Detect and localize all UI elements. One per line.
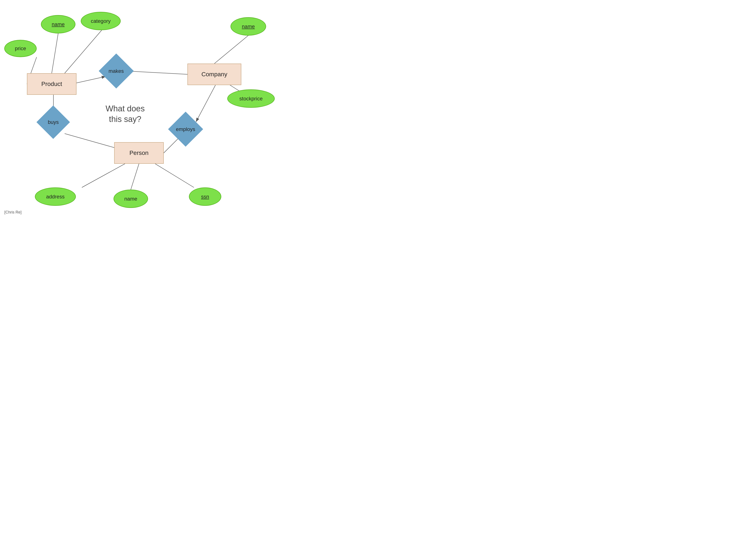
svg-line-0: [52, 33, 58, 73]
entity-company: Company: [187, 63, 241, 85]
svg-line-6: [128, 71, 187, 74]
credit-label: [Chris Re]: [4, 210, 21, 215]
attr-person-ssn: ssn: [189, 187, 221, 206]
question-line2: this say?: [109, 115, 141, 124]
attr-company-name-label: name: [242, 24, 255, 30]
relation-employs: employs: [168, 112, 203, 147]
svg-line-14: [131, 164, 139, 189]
diagram-container: Product Company Person makes buys employ…: [0, 0, 303, 222]
attr-person-address-label: address: [46, 194, 64, 200]
entity-person: Person: [114, 142, 164, 164]
attr-person-name-label: name: [124, 196, 137, 202]
attr-product-name-label: name: [52, 21, 64, 27]
relation-buys-label: buys: [48, 119, 59, 125]
question-line1: What does: [105, 104, 145, 113]
attr-company-stockprice: stockprice: [227, 89, 275, 108]
entity-product: Product: [27, 73, 77, 95]
attr-product-price: price: [4, 40, 37, 57]
attr-product-category-label: category: [91, 18, 110, 24]
svg-line-10: [164, 138, 179, 153]
attr-person-ssn-label: ssn: [201, 194, 209, 200]
entity-company-label: Company: [202, 71, 227, 78]
attr-person-name: name: [114, 189, 148, 208]
relation-makes-label: makes: [108, 68, 124, 74]
question-text: What does this say?: [105, 103, 145, 125]
attr-company-stockprice-label: stockprice: [239, 96, 263, 102]
relation-buys: buys: [36, 105, 70, 139]
svg-line-9: [196, 85, 215, 122]
attr-company-name: name: [230, 17, 266, 36]
attr-product-name: name: [41, 15, 76, 33]
entity-person-label: Person: [130, 150, 149, 157]
relation-makes: makes: [99, 53, 134, 89]
svg-line-15: [155, 164, 194, 187]
svg-line-1: [64, 30, 102, 73]
attr-product-price-label: price: [15, 45, 26, 51]
svg-line-12: [64, 134, 114, 147]
entity-product-label: Product: [41, 81, 62, 87]
attr-person-address: address: [35, 187, 76, 206]
credit-text-span: [Chris Re]: [4, 210, 21, 214]
attr-product-category: category: [81, 12, 121, 30]
svg-line-7: [214, 36, 248, 63]
relation-employs-label: employs: [176, 126, 195, 132]
svg-line-5: [77, 77, 105, 83]
svg-line-13: [82, 164, 125, 187]
